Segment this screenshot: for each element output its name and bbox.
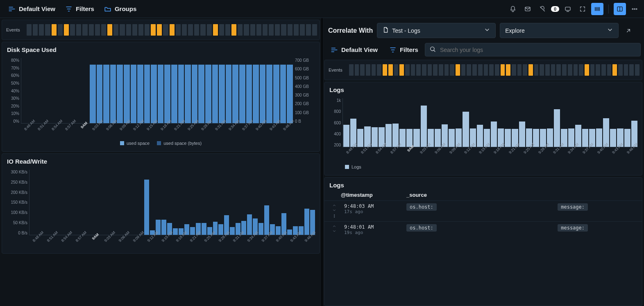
event-cell[interactable] [601, 64, 606, 76]
event-cell[interactable] [433, 64, 438, 76]
bar[interactable] [259, 223, 263, 235]
event-cell[interactable] [478, 64, 483, 76]
event-cell[interactable] [263, 24, 268, 36]
event-cell[interactable] [416, 64, 421, 76]
event-cell[interactable] [64, 24, 69, 36]
event-cell[interactable] [250, 24, 255, 36]
bar[interactable] [131, 65, 137, 123]
barcode-icon[interactable] [591, 3, 603, 15]
bar[interactable] [230, 227, 235, 235]
event-cell[interactable] [394, 64, 399, 76]
io-plot[interactable] [29, 170, 315, 235]
bar[interactable] [260, 65, 266, 123]
event-cell[interactable] [225, 24, 230, 36]
event-cell[interactable] [89, 24, 94, 36]
event-cell[interactable] [523, 64, 527, 76]
bar[interactable] [449, 129, 455, 147]
event-cell[interactable] [534, 64, 539, 76]
event-cell[interactable] [207, 24, 212, 36]
event-cell[interactable] [629, 64, 634, 76]
bar[interactable] [624, 129, 630, 147]
bar[interactable] [144, 180, 149, 235]
bar[interactable] [232, 65, 238, 123]
bar[interactable] [212, 65, 218, 123]
bar[interactable] [246, 65, 252, 123]
event-cell[interactable] [489, 64, 494, 76]
event-cell[interactable] [366, 64, 370, 76]
mail-icon[interactable] [522, 3, 534, 15]
bar[interactable] [97, 65, 103, 123]
bar[interactable] [266, 65, 272, 123]
log-search-input[interactable] [439, 46, 636, 54]
event-cell[interactable] [170, 24, 175, 36]
event-cell[interactable] [574, 64, 578, 76]
bar[interactable] [110, 65, 116, 123]
event-cell[interactable] [176, 24, 181, 36]
event-cell[interactable] [528, 64, 533, 76]
event-cell[interactable] [372, 64, 376, 76]
event-cell[interactable] [256, 24, 261, 36]
bar[interactable] [219, 65, 225, 123]
event-cell[interactable] [163, 24, 168, 36]
explore-dropdown[interactable]: Explore [500, 23, 619, 38]
right-default-view-button[interactable]: Default View [326, 44, 383, 56]
split-view-icon[interactable] [614, 3, 626, 15]
bar[interactable] [239, 65, 245, 123]
bar[interactable] [164, 65, 170, 123]
event-cell[interactable] [151, 24, 156, 36]
bar[interactable] [161, 220, 166, 235]
message-tag[interactable]: message: [558, 203, 588, 211]
events-heatmap[interactable] [27, 24, 317, 36]
event-cell[interactable] [377, 64, 381, 76]
bar[interactable] [568, 128, 574, 147]
correlate-source-dropdown[interactable]: Test - Logs [377, 23, 496, 38]
notification-badge[interactable]: 0 [551, 6, 559, 12]
event-cell[interactable] [579, 64, 583, 76]
event-cell[interactable] [275, 24, 280, 36]
event-cell[interactable] [300, 24, 305, 36]
event-cell[interactable] [45, 24, 50, 36]
event-cell[interactable] [484, 64, 488, 76]
event-cell[interactable] [428, 64, 432, 76]
event-cell[interactable] [444, 64, 449, 76]
event-cell[interactable] [355, 64, 359, 76]
event-cell[interactable] [495, 64, 499, 76]
log-row[interactable]: 9:48:03 AM17s agoos.host:message: [324, 200, 642, 221]
fullscreen-icon[interactable] [576, 3, 589, 15]
more-icon[interactable] [628, 3, 641, 15]
event-cell[interactable] [618, 64, 623, 76]
filters-button[interactable]: Filters [60, 3, 99, 15]
bar[interactable] [582, 129, 588, 147]
event-cell[interactable] [95, 24, 100, 36]
bar[interactable] [205, 65, 211, 123]
event-cell[interactable] [360, 64, 365, 76]
event-cell[interactable] [439, 64, 443, 76]
event-cell[interactable] [219, 24, 224, 36]
event-cell[interactable] [540, 64, 544, 76]
event-cell[interactable] [607, 64, 612, 76]
bar[interactable] [185, 65, 191, 123]
event-cell[interactable] [82, 24, 87, 36]
bar[interactable] [247, 214, 252, 235]
event-cell[interactable] [33, 24, 38, 36]
event-cell[interactable] [101, 24, 106, 36]
event-cell[interactable] [157, 24, 162, 36]
bar[interactable] [124, 65, 130, 123]
event-cell[interactable] [612, 64, 617, 76]
right-filters-button[interactable]: Filters [384, 44, 423, 56]
bar[interactable] [519, 122, 525, 147]
bar[interactable] [304, 209, 309, 235]
bar[interactable] [343, 125, 349, 147]
event-cell[interactable] [349, 64, 354, 76]
bar[interactable] [421, 106, 427, 147]
groups-button[interactable]: Groups [99, 3, 141, 15]
bar[interactable] [357, 129, 363, 147]
event-cell[interactable] [590, 64, 595, 76]
bar[interactable] [491, 122, 497, 147]
host-tag[interactable]: os.host: [406, 224, 437, 232]
event-cell[interactable] [422, 64, 426, 76]
event-cell[interactable] [200, 24, 205, 36]
event-cell[interactable] [312, 24, 317, 36]
bar[interactable] [610, 129, 616, 147]
bar[interactable] [554, 109, 560, 147]
